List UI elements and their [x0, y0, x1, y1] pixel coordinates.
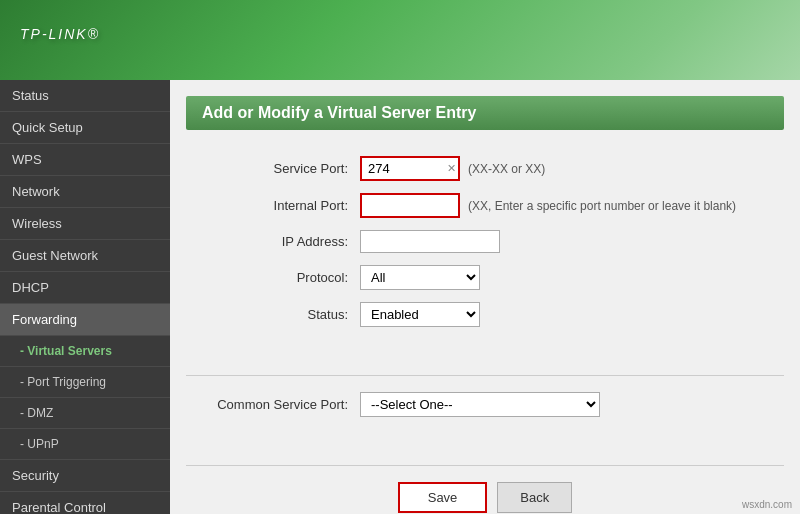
ip-address-row: IP Address:	[200, 230, 770, 253]
service-port-input-wrapper: ✕	[360, 156, 460, 181]
sidebar-item-status[interactable]: Status	[0, 80, 170, 112]
sidebar-item-network[interactable]: Network	[0, 176, 170, 208]
save-button[interactable]: Save	[398, 482, 488, 513]
common-service-area: Common Service Port: --Select One--	[170, 392, 800, 449]
trademark: ®	[88, 26, 100, 42]
sidebar-item-dmz[interactable]: - DMZ	[0, 398, 170, 429]
sidebar-item-dhcp[interactable]: DHCP	[0, 272, 170, 304]
status-select[interactable]: Enabled Disabled	[360, 302, 480, 327]
sidebar-item-upnp[interactable]: - UPnP	[0, 429, 170, 460]
service-port-row: Service Port: ✕ (XX-XX or XX)	[200, 156, 770, 181]
common-service-port-select[interactable]: --Select One--	[360, 392, 600, 417]
sidebar-item-quick-setup[interactable]: Quick Setup	[0, 112, 170, 144]
header: TP-LINK®	[0, 0, 800, 80]
sidebar-item-port-triggering[interactable]: - Port Triggering	[0, 367, 170, 398]
back-button[interactable]: Back	[497, 482, 572, 513]
internal-port-label: Internal Port:	[200, 198, 360, 213]
sidebar-item-virtual-servers[interactable]: - Virtual Servers	[0, 336, 170, 367]
protocol-select[interactable]: All TCP UDP	[360, 265, 480, 290]
content-area: Add or Modify a Virtual Server Entry Ser…	[170, 80, 800, 514]
protocol-row: Protocol: All TCP UDP	[200, 265, 770, 290]
ip-address-label: IP Address:	[200, 234, 360, 249]
button-divider	[186, 465, 784, 466]
common-service-port-row: Common Service Port: --Select One--	[200, 392, 770, 417]
internal-port-row: Internal Port: (XX, Enter a specific por…	[200, 193, 770, 218]
service-port-label: Service Port:	[200, 161, 360, 176]
tp-link-logo: TP-LINK®	[20, 22, 100, 59]
service-port-hint: (XX-XX or XX)	[468, 162, 545, 176]
section-title: Add or Modify a Virtual Server Entry	[186, 96, 784, 130]
protocol-label: Protocol:	[200, 270, 360, 285]
internal-port-hint: (XX, Enter a specific port number or lea…	[468, 199, 736, 213]
sidebar-item-security[interactable]: Security	[0, 460, 170, 492]
logo-text: TP-LINK	[20, 26, 88, 42]
form-divider	[186, 375, 784, 376]
status-label: Status:	[200, 307, 360, 322]
sidebar: Status Quick Setup WPS Network Wireless …	[0, 80, 170, 514]
status-row: Status: Enabled Disabled	[200, 302, 770, 327]
sidebar-item-wps[interactable]: WPS	[0, 144, 170, 176]
sidebar-item-guest-network[interactable]: Guest Network	[0, 240, 170, 272]
sidebar-item-forwarding[interactable]: Forwarding	[0, 304, 170, 336]
internal-port-input[interactable]	[360, 193, 460, 218]
sidebar-item-parental-control[interactable]: Parental Control	[0, 492, 170, 514]
clear-service-port-icon[interactable]: ✕	[447, 162, 456, 175]
button-row: Save Back	[170, 482, 800, 513]
sidebar-item-wireless[interactable]: Wireless	[0, 208, 170, 240]
watermark: wsxdn.com	[742, 499, 792, 510]
ip-address-input[interactable]	[360, 230, 500, 253]
form-area: Service Port: ✕ (XX-XX or XX) Internal P…	[170, 146, 800, 359]
service-port-input[interactable]	[360, 156, 460, 181]
main-layout: Status Quick Setup WPS Network Wireless …	[0, 80, 800, 514]
common-service-port-label: Common Service Port:	[200, 397, 360, 412]
